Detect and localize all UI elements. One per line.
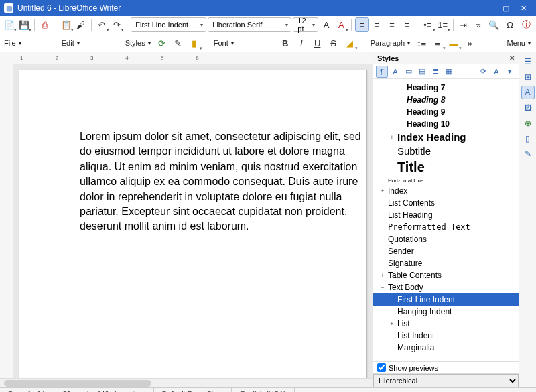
filter-select[interactable]: Hierarchical	[373, 374, 519, 387]
save-button[interactable]: 💾▾	[17, 17, 31, 32]
number-list-button[interactable]: 1≡▾	[436, 17, 450, 32]
menu-menu[interactable]: Menu▾	[505, 36, 532, 50]
edit-style-button[interactable]: ✎	[171, 36, 186, 50]
maximize-button[interactable]: ▢	[497, 0, 515, 16]
tree-toggle-icon[interactable]: +	[388, 134, 396, 141]
style-row[interactable]: +Index	[373, 185, 519, 197]
style-row[interactable]: List Indent	[373, 330, 519, 342]
file-menu[interactable]: File▾	[3, 36, 23, 50]
edit-menu[interactable]: Edit▾	[60, 36, 81, 50]
style-row[interactable]: List Contents	[373, 197, 519, 209]
inspector-tab-icon[interactable]: ✎	[521, 147, 535, 161]
table-styles-icon[interactable]: ▦	[443, 66, 455, 78]
tree-toggle-icon[interactable]: +	[379, 188, 387, 194]
style-row[interactable]: −Text Body	[373, 281, 519, 293]
char-styles-icon[interactable]: A	[389, 66, 401, 78]
sidebar-settings-icon[interactable]: ☰	[521, 55, 535, 68]
properties-tab-icon[interactable]: ⊞	[521, 70, 535, 84]
align-right-button[interactable]: ≡	[385, 17, 399, 32]
style-row[interactable]: Signature	[373, 257, 519, 269]
horizontal-scrollbar[interactable]	[0, 378, 373, 387]
clone-format-button[interactable]: 🖌	[74, 17, 88, 32]
underline-button[interactable]: U	[310, 36, 325, 50]
style-row[interactable]: Heading 9	[373, 106, 519, 118]
page-style-status[interactable]: Default Page Style	[154, 388, 232, 392]
italic-button[interactable]: I	[294, 36, 309, 50]
style-row[interactable]: First Line Indent	[373, 293, 519, 306]
font-color-button[interactable]: A▾	[334, 17, 348, 32]
outline-button[interactable]: ≡▾	[430, 36, 445, 50]
align-left-button[interactable]: ≡	[355, 17, 368, 32]
close-button[interactable]: ✕	[515, 0, 532, 16]
style-row[interactable]: Marginalia	[373, 342, 519, 354]
page-tab-icon[interactable]: ▯	[521, 132, 535, 145]
undo-button[interactable]: ↶▾	[95, 17, 109, 32]
more-para-icon[interactable]: »	[462, 36, 477, 50]
special-char-button[interactable]: Ω	[503, 17, 517, 32]
tree-toggle-icon[interactable]: −	[379, 284, 387, 291]
paste-button[interactable]: 📋▾	[60, 17, 73, 32]
fill-format-icon[interactable]: ⟳	[477, 66, 489, 78]
new-style-icon[interactable]: A	[490, 66, 503, 78]
find-button[interactable]: 🔍	[486, 17, 501, 32]
style-row[interactable]: Sender	[373, 245, 519, 257]
style-row[interactable]: Hanging Indent	[373, 306, 519, 318]
styles-tab-icon[interactable]: A	[521, 86, 535, 99]
language-status[interactable]: English (USA)	[232, 388, 295, 392]
horizontal-ruler[interactable]: 123456	[0, 52, 373, 64]
navigator-tab-icon[interactable]: ⊕	[521, 117, 535, 130]
tree-toggle-icon[interactable]: +	[379, 272, 387, 279]
style-row[interactable]: List Heading	[373, 209, 519, 221]
update-style-button[interactable]: ⟳	[155, 36, 170, 50]
strike-button[interactable]: S	[326, 36, 341, 50]
style-row[interactable]: Heading 8	[373, 94, 519, 106]
filter-combo[interactable]: Hierarchical	[373, 373, 519, 387]
highlight-button[interactable]: ▮▾	[187, 36, 202, 50]
list-styles-icon[interactable]: ≣	[429, 66, 442, 78]
style-row[interactable]: +List	[373, 318, 519, 330]
document-area[interactable]: Lorem ipsum dolor sit amet, consectetur …	[13, 64, 373, 378]
bullet-list-button[interactable]: •≡▾	[421, 17, 434, 32]
export-pdf-button[interactable]: ⎙	[38, 17, 52, 32]
scrollbar-thumb[interactable]	[4, 380, 151, 387]
style-row[interactable]: Title	[373, 158, 519, 176]
vertical-ruler[interactable]	[0, 64, 13, 378]
style-actions-icon[interactable]: ▾	[504, 66, 516, 78]
indent-inc-button[interactable]: ⇥	[457, 17, 470, 32]
word-count[interactable]: 69 words, 446 characters	[54, 388, 154, 392]
font-menu[interactable]: Font▾	[212, 36, 235, 50]
para-styles-icon[interactable]: ¶	[376, 66, 388, 78]
font-size-combo[interactable]: 12 pt▾	[293, 17, 318, 32]
style-row[interactable]: +Table Contents	[373, 269, 519, 281]
style-row[interactable]: Horizontal Line	[373, 176, 519, 185]
style-row[interactable]: Preformatted Text	[373, 221, 519, 233]
para-color-button[interactable]: ▬▾	[446, 36, 461, 50]
paragraph-menu[interactable]: Paragraph▾	[369, 36, 411, 50]
style-row[interactable]: Heading 7	[373, 82, 519, 94]
bold-button[interactable]: B	[278, 36, 293, 50]
page-count[interactable]: Page 1 of 1	[0, 388, 54, 392]
page[interactable]: Lorem ipsum dolor sit amet, consectetur …	[19, 70, 367, 378]
styles-menu[interactable]: Styles▾	[124, 36, 152, 50]
align-center-button[interactable]: ≡	[371, 17, 384, 32]
style-row[interactable]: Heading 10	[373, 118, 519, 130]
gallery-tab-icon[interactable]: 🖼	[521, 101, 535, 115]
highlight-color-button[interactable]: ◢▾	[342, 36, 357, 50]
show-previews-checkbox[interactable]	[377, 363, 386, 372]
grow-font-button[interactable]: A	[320, 17, 333, 32]
page-styles-icon[interactable]: ▤	[416, 66, 428, 78]
help-button[interactable]: ⓘ	[519, 17, 533, 32]
line-spacing-button[interactable]: ↕≡	[414, 36, 429, 50]
tree-toggle-icon[interactable]: +	[388, 320, 396, 327]
font-name-combo[interactable]: Liberation Serif▾	[208, 17, 291, 32]
para-style-combo[interactable]: First Line Indent▾	[131, 17, 206, 32]
style-row[interactable]: +Index Heading	[373, 130, 519, 144]
frame-styles-icon[interactable]: ▭	[403, 66, 415, 78]
close-panel-icon[interactable]: ✕	[509, 54, 515, 62]
show-previews-check[interactable]: Show previews	[373, 361, 519, 373]
style-row[interactable]: Quotations	[373, 233, 519, 245]
align-justify-button[interactable]: ≡	[400, 17, 413, 32]
style-row[interactable]: Subtitle	[373, 144, 519, 158]
redo-button[interactable]: ↷▾	[110, 17, 123, 32]
more-toolbar-icon[interactable]: »	[472, 17, 485, 32]
